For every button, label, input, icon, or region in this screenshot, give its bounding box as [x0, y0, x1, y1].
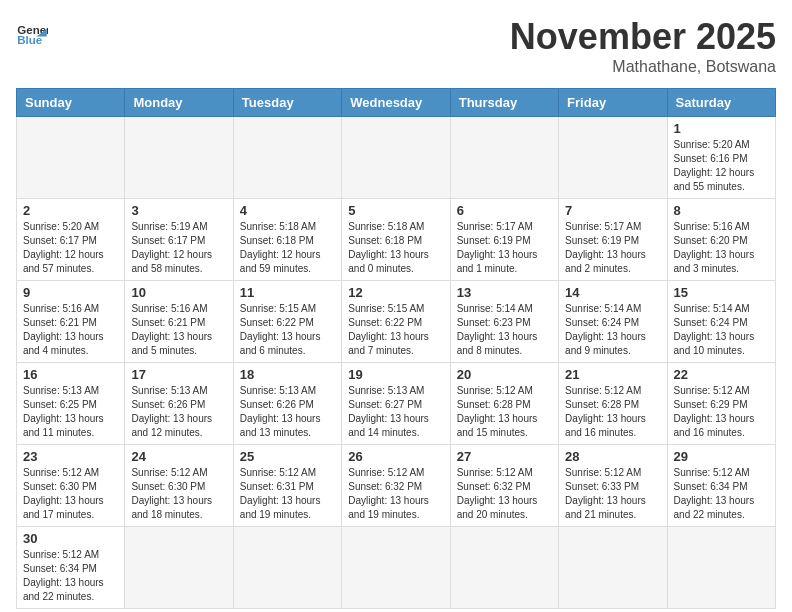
day-number: 5 [348, 203, 443, 218]
day-info: Sunrise: 5:16 AMSunset: 6:21 PMDaylight:… [131, 302, 226, 358]
calendar-cell: 13Sunrise: 5:14 AMSunset: 6:23 PMDayligh… [450, 281, 558, 363]
day-info: Sunrise: 5:14 AMSunset: 6:24 PMDaylight:… [565, 302, 660, 358]
day-number: 16 [23, 367, 118, 382]
day-info: Sunrise: 5:18 AMSunset: 6:18 PMDaylight:… [348, 220, 443, 276]
calendar-cell: 8Sunrise: 5:16 AMSunset: 6:20 PMDaylight… [667, 199, 775, 281]
day-number: 29 [674, 449, 769, 464]
calendar-cell: 11Sunrise: 5:15 AMSunset: 6:22 PMDayligh… [233, 281, 341, 363]
day-info: Sunrise: 5:12 AMSunset: 6:30 PMDaylight:… [131, 466, 226, 522]
week-row-1: 2Sunrise: 5:20 AMSunset: 6:17 PMDaylight… [17, 199, 776, 281]
week-row-4: 23Sunrise: 5:12 AMSunset: 6:30 PMDayligh… [17, 445, 776, 527]
day-number: 24 [131, 449, 226, 464]
day-info: Sunrise: 5:13 AMSunset: 6:27 PMDaylight:… [348, 384, 443, 440]
logo-icon: General Blue [16, 16, 48, 48]
header: General Blue November 2025 Mathathane, B… [16, 16, 776, 76]
day-info: Sunrise: 5:12 AMSunset: 6:31 PMDaylight:… [240, 466, 335, 522]
day-number: 15 [674, 285, 769, 300]
calendar-cell: 10Sunrise: 5:16 AMSunset: 6:21 PMDayligh… [125, 281, 233, 363]
day-number: 14 [565, 285, 660, 300]
day-info: Sunrise: 5:19 AMSunset: 6:17 PMDaylight:… [131, 220, 226, 276]
day-number: 17 [131, 367, 226, 382]
calendar-cell: 15Sunrise: 5:14 AMSunset: 6:24 PMDayligh… [667, 281, 775, 363]
calendar-cell: 18Sunrise: 5:13 AMSunset: 6:26 PMDayligh… [233, 363, 341, 445]
day-number: 23 [23, 449, 118, 464]
calendar-cell [559, 117, 667, 199]
day-number: 18 [240, 367, 335, 382]
calendar-cell [17, 117, 125, 199]
day-header-saturday: Saturday [667, 89, 775, 117]
day-info: Sunrise: 5:13 AMSunset: 6:26 PMDaylight:… [240, 384, 335, 440]
day-number: 21 [565, 367, 660, 382]
calendar-cell: 12Sunrise: 5:15 AMSunset: 6:22 PMDayligh… [342, 281, 450, 363]
day-info: Sunrise: 5:12 AMSunset: 6:29 PMDaylight:… [674, 384, 769, 440]
calendar-cell [450, 117, 558, 199]
calendar-cell: 16Sunrise: 5:13 AMSunset: 6:25 PMDayligh… [17, 363, 125, 445]
calendar-cell: 4Sunrise: 5:18 AMSunset: 6:18 PMDaylight… [233, 199, 341, 281]
day-number: 8 [674, 203, 769, 218]
logo: General Blue [16, 16, 48, 48]
day-info: Sunrise: 5:13 AMSunset: 6:26 PMDaylight:… [131, 384, 226, 440]
calendar-cell: 22Sunrise: 5:12 AMSunset: 6:29 PMDayligh… [667, 363, 775, 445]
day-number: 13 [457, 285, 552, 300]
day-number: 9 [23, 285, 118, 300]
calendar-cell: 9Sunrise: 5:16 AMSunset: 6:21 PMDaylight… [17, 281, 125, 363]
day-number: 10 [131, 285, 226, 300]
day-number: 26 [348, 449, 443, 464]
day-info: Sunrise: 5:12 AMSunset: 6:32 PMDaylight:… [348, 466, 443, 522]
calendar-cell [233, 527, 341, 609]
calendar-cell [125, 527, 233, 609]
day-info: Sunrise: 5:16 AMSunset: 6:21 PMDaylight:… [23, 302, 118, 358]
calendar-cell: 17Sunrise: 5:13 AMSunset: 6:26 PMDayligh… [125, 363, 233, 445]
day-header-tuesday: Tuesday [233, 89, 341, 117]
calendar-header-row: SundayMondayTuesdayWednesdayThursdayFrid… [17, 89, 776, 117]
week-row-5: 30Sunrise: 5:12 AMSunset: 6:34 PMDayligh… [17, 527, 776, 609]
day-number: 12 [348, 285, 443, 300]
calendar-cell: 21Sunrise: 5:12 AMSunset: 6:28 PMDayligh… [559, 363, 667, 445]
day-number: 6 [457, 203, 552, 218]
calendar-cell: 2Sunrise: 5:20 AMSunset: 6:17 PMDaylight… [17, 199, 125, 281]
day-info: Sunrise: 5:14 AMSunset: 6:24 PMDaylight:… [674, 302, 769, 358]
day-info: Sunrise: 5:15 AMSunset: 6:22 PMDaylight:… [348, 302, 443, 358]
day-number: 25 [240, 449, 335, 464]
day-info: Sunrise: 5:12 AMSunset: 6:33 PMDaylight:… [565, 466, 660, 522]
day-info: Sunrise: 5:12 AMSunset: 6:34 PMDaylight:… [23, 548, 118, 604]
day-info: Sunrise: 5:15 AMSunset: 6:22 PMDaylight:… [240, 302, 335, 358]
title-section: November 2025 Mathathane, Botswana [510, 16, 776, 76]
calendar-cell: 27Sunrise: 5:12 AMSunset: 6:32 PMDayligh… [450, 445, 558, 527]
day-number: 28 [565, 449, 660, 464]
day-header-wednesday: Wednesday [342, 89, 450, 117]
day-header-friday: Friday [559, 89, 667, 117]
day-info: Sunrise: 5:20 AMSunset: 6:17 PMDaylight:… [23, 220, 118, 276]
day-info: Sunrise: 5:16 AMSunset: 6:20 PMDaylight:… [674, 220, 769, 276]
month-title: November 2025 [510, 16, 776, 58]
calendar-cell: 7Sunrise: 5:17 AMSunset: 6:19 PMDaylight… [559, 199, 667, 281]
day-header-sunday: Sunday [17, 89, 125, 117]
calendar-cell: 19Sunrise: 5:13 AMSunset: 6:27 PMDayligh… [342, 363, 450, 445]
calendar-cell: 20Sunrise: 5:12 AMSunset: 6:28 PMDayligh… [450, 363, 558, 445]
week-row-3: 16Sunrise: 5:13 AMSunset: 6:25 PMDayligh… [17, 363, 776, 445]
day-info: Sunrise: 5:13 AMSunset: 6:25 PMDaylight:… [23, 384, 118, 440]
day-info: Sunrise: 5:17 AMSunset: 6:19 PMDaylight:… [565, 220, 660, 276]
calendar-cell [233, 117, 341, 199]
calendar-cell [342, 527, 450, 609]
calendar: SundayMondayTuesdayWednesdayThursdayFrid… [16, 88, 776, 609]
day-info: Sunrise: 5:12 AMSunset: 6:32 PMDaylight:… [457, 466, 552, 522]
calendar-cell [559, 527, 667, 609]
day-number: 2 [23, 203, 118, 218]
day-info: Sunrise: 5:12 AMSunset: 6:34 PMDaylight:… [674, 466, 769, 522]
calendar-cell: 23Sunrise: 5:12 AMSunset: 6:30 PMDayligh… [17, 445, 125, 527]
calendar-cell: 26Sunrise: 5:12 AMSunset: 6:32 PMDayligh… [342, 445, 450, 527]
calendar-cell: 28Sunrise: 5:12 AMSunset: 6:33 PMDayligh… [559, 445, 667, 527]
day-info: Sunrise: 5:12 AMSunset: 6:28 PMDaylight:… [565, 384, 660, 440]
day-number: 30 [23, 531, 118, 546]
day-header-monday: Monday [125, 89, 233, 117]
calendar-cell: 1Sunrise: 5:20 AMSunset: 6:16 PMDaylight… [667, 117, 775, 199]
calendar-cell: 30Sunrise: 5:12 AMSunset: 6:34 PMDayligh… [17, 527, 125, 609]
week-row-0: 1Sunrise: 5:20 AMSunset: 6:16 PMDaylight… [17, 117, 776, 199]
calendar-cell: 3Sunrise: 5:19 AMSunset: 6:17 PMDaylight… [125, 199, 233, 281]
day-number: 1 [674, 121, 769, 136]
calendar-cell [450, 527, 558, 609]
day-info: Sunrise: 5:18 AMSunset: 6:18 PMDaylight:… [240, 220, 335, 276]
calendar-cell: 14Sunrise: 5:14 AMSunset: 6:24 PMDayligh… [559, 281, 667, 363]
day-info: Sunrise: 5:12 AMSunset: 6:28 PMDaylight:… [457, 384, 552, 440]
